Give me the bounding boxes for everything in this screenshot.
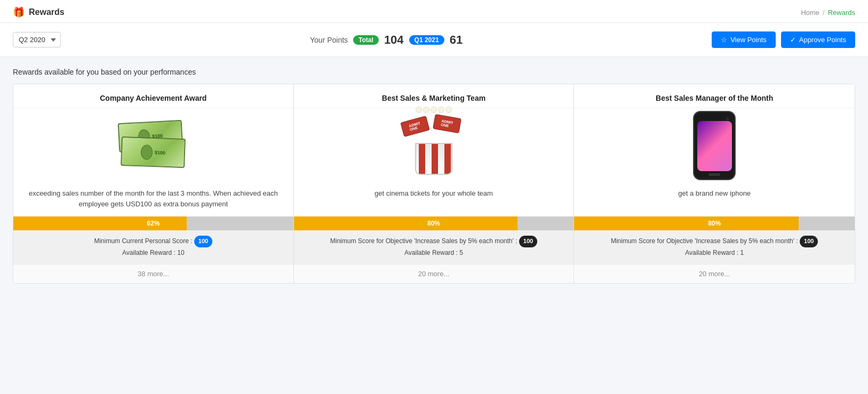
- reward-card-3: Best Sales Manager of the Month get a br…: [574, 84, 855, 283]
- card-3-description: get a brand new iphone: [574, 183, 855, 216]
- card-1-progress-label: 62%: [147, 220, 160, 227]
- card-1-more-link[interactable]: 38 more...: [13, 264, 293, 283]
- popcorn-ball: [438, 107, 444, 113]
- total-points: 104: [384, 33, 404, 47]
- reward-card-1: Company Achievement Award $100 $100 exce…: [13, 84, 294, 283]
- card-3-more-link[interactable]: 20 more...: [574, 264, 855, 283]
- card-2-reward-label: Available Reward : 5: [404, 249, 463, 256]
- top-bar: 🎁 Rewards Home / Rewards: [0, 0, 868, 23]
- card-1-score-badge: 100: [194, 236, 212, 247]
- card-3-title: Best Sales Manager of the Month: [574, 84, 855, 108]
- view-points-button[interactable]: ☆ View Points: [712, 31, 776, 48]
- approve-points-button[interactable]: ✓ Approve Points: [781, 31, 855, 48]
- card-2-more-link[interactable]: 20 more...: [294, 264, 574, 283]
- card-1-progress-section: 62% Minimum Current Personal Score : 100…: [13, 216, 293, 283]
- card-3-score-label: Minimum Score for Objective 'Increase Sa…: [611, 237, 798, 245]
- iphone-home-bar: [708, 173, 720, 176]
- approve-points-label: Approve Points: [799, 36, 846, 44]
- card-1-score-label: Minimum Current Personal Score :: [94, 237, 192, 245]
- card-3-progress-fill: [574, 216, 799, 230]
- money-image: $100 $100: [118, 122, 188, 170]
- cards-grid: Company Achievement Award $100 $100 exce…: [13, 84, 855, 284]
- breadcrumb: Home / Rewards: [801, 9, 855, 17]
- card-2-title: Best Sales & Marketing Team: [294, 84, 574, 108]
- card-2-progress-section: 80% Minimum Score for Objective 'Increas…: [294, 216, 574, 283]
- breadcrumb-separator: /: [823, 9, 825, 17]
- popcorn-top: [412, 107, 455, 113]
- toolbar-right: ☆ View Points ✓ Approve Points: [712, 31, 855, 48]
- popcorn-ball: [445, 107, 452, 113]
- breadcrumb-home[interactable]: Home: [801, 9, 819, 17]
- iphone-screen: [697, 121, 732, 171]
- card-3-progress-label: 80%: [708, 220, 721, 227]
- iphone-notch: [707, 116, 722, 119]
- card-2-score-info: Minimum Score for Objective 'Increase Sa…: [294, 230, 574, 264]
- total-badge: Total: [353, 35, 379, 45]
- bill-portrait-2: [141, 144, 153, 160]
- iphone-camera: [726, 117, 729, 120]
- star-icon: ☆: [721, 36, 727, 44]
- cinema-image: ADMITONE ADMITONE: [399, 116, 468, 175]
- card-1-title: Company Achievement Award: [13, 84, 293, 108]
- check-icon: ✓: [790, 36, 796, 44]
- q1-points: 61: [450, 33, 463, 47]
- bill-2: $100: [121, 136, 186, 168]
- points-section: Your Points Total 104 Q1 2021 61: [310, 33, 463, 47]
- reward-card-2: Best Sales & Marketing Team ADMITONE ADM…: [294, 84, 575, 283]
- iphone-image: [693, 111, 736, 180]
- card-2-progress-bar: 80%: [294, 216, 574, 230]
- ticket-1: ADMITONE: [400, 116, 430, 137]
- breadcrumb-current: Rewards: [828, 9, 855, 17]
- main-content: Rewards available for you based on your …: [0, 57, 868, 294]
- card-2-progress-label: 80%: [427, 220, 440, 227]
- gift-icon: 🎁: [13, 6, 25, 18]
- bill-text-2: $100: [155, 150, 165, 156]
- card-2-score-label: Minimum Score for Objective 'Increase Sa…: [330, 237, 517, 245]
- section-title: Rewards available for you based on your …: [13, 68, 855, 76]
- stripe-3: [444, 144, 451, 174]
- card-1-progress-bar: 62%: [13, 216, 293, 230]
- card-3-score-badge: 100: [800, 236, 818, 247]
- card-3-score-info: Minimum Score for Objective 'Increase Sa…: [574, 230, 855, 264]
- card-1-progress-fill: [13, 216, 187, 230]
- card-2-description: get cinema tickets for your whole team: [294, 183, 574, 216]
- stripe-2: [432, 144, 438, 174]
- view-points-label: View Points: [730, 36, 767, 44]
- card-1-reward-label: Available Reward : 10: [122, 249, 185, 256]
- card-1-image: $100 $100: [13, 108, 293, 183]
- card-3-progress-bar: 80%: [574, 216, 855, 230]
- stripe-1: [419, 144, 425, 174]
- quarter-select[interactable]: Q2 2020 Q1 2020 Q3 2020 Q4 2020 Q1 2021: [13, 32, 61, 47]
- card-3-reward-label: Available Reward : 1: [685, 249, 744, 256]
- popcorn-box: [415, 143, 452, 175]
- your-points-label: Your Points: [310, 36, 348, 44]
- popcorn-ball: [431, 107, 437, 113]
- card-2-progress-fill: [294, 216, 518, 230]
- app-title-section: 🎁 Rewards: [13, 6, 65, 18]
- toolbar-left: Q2 2020 Q1 2020 Q3 2020 Q4 2020 Q1 2021: [13, 32, 61, 47]
- card-2-image: ADMITONE ADMITONE: [294, 108, 574, 183]
- card-1-score-info: Minimum Current Personal Score : 100 Ava…: [13, 230, 293, 264]
- card-1-description: exceeding sales number of the month for …: [13, 183, 293, 216]
- toolbar: Q2 2020 Q1 2020 Q3 2020 Q4 2020 Q1 2021 …: [0, 23, 868, 57]
- q1-badge: Q1 2021: [409, 35, 444, 45]
- popcorn-ball: [423, 107, 429, 113]
- card-3-image: [574, 108, 855, 183]
- ticket-2: ADMITONE: [433, 114, 461, 133]
- app-title: Rewards: [29, 7, 65, 17]
- popcorn-ball: [416, 107, 422, 113]
- card-2-score-badge: 100: [519, 236, 537, 247]
- card-3-progress-section: 80% Minimum Score for Objective 'Increas…: [574, 216, 855, 283]
